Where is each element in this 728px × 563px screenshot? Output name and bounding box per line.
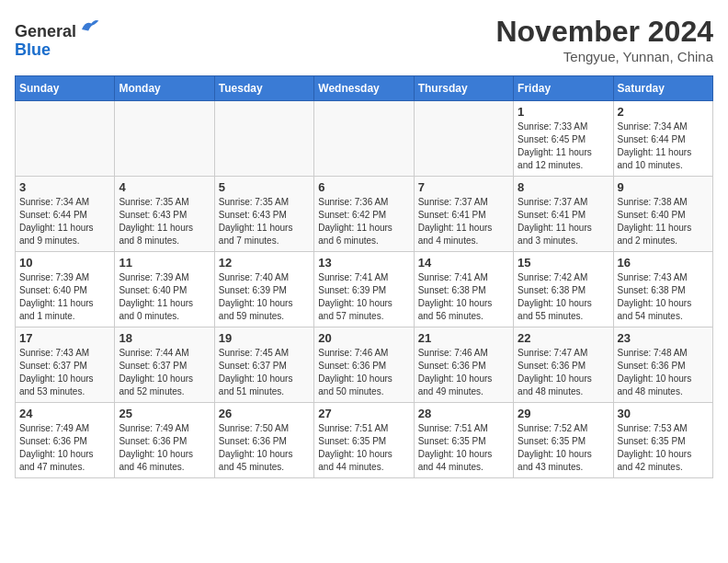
- calendar-cell: 22Sunrise: 7:47 AMSunset: 6:36 PMDayligh…: [514, 327, 613, 403]
- calendar-cell: 21Sunrise: 7:46 AMSunset: 6:36 PMDayligh…: [414, 327, 513, 403]
- month-title: November 2024: [495, 15, 713, 49]
- day-number: 11: [119, 256, 210, 270]
- title-block: November 2024 Tengyue, Yunnan, China: [495, 15, 713, 64]
- calendar-cell: 4Sunrise: 7:35 AMSunset: 6:43 PMDaylight…: [115, 177, 214, 252]
- day-info: Sunrise: 7:35 AMSunset: 6:43 PMDaylight:…: [219, 196, 310, 247]
- calendar-week-row: 3Sunrise: 7:34 AMSunset: 6:44 PMDaylight…: [16, 177, 713, 252]
- calendar-cell: 27Sunrise: 7:51 AMSunset: 6:35 PMDayligh…: [314, 403, 414, 478]
- day-info: Sunrise: 7:33 AMSunset: 6:45 PMDaylight:…: [518, 121, 609, 172]
- day-info: Sunrise: 7:34 AMSunset: 6:44 PMDaylight:…: [618, 121, 709, 172]
- calendar-cell: 19Sunrise: 7:45 AMSunset: 6:37 PMDayligh…: [214, 327, 313, 403]
- day-info: Sunrise: 7:45 AMSunset: 6:37 PMDaylight:…: [219, 347, 310, 398]
- day-number: 21: [418, 331, 509, 345]
- calendar-cell: 13Sunrise: 7:41 AMSunset: 6:39 PMDayligh…: [314, 252, 414, 327]
- day-number: 6: [318, 180, 409, 194]
- day-number: 22: [518, 331, 609, 345]
- day-number: 29: [518, 407, 609, 420]
- calendar-cell: 24Sunrise: 7:49 AMSunset: 6:36 PMDayligh…: [16, 403, 115, 478]
- calendar-cell: 10Sunrise: 7:39 AMSunset: 6:40 PMDayligh…: [16, 252, 115, 327]
- calendar-cell: 6Sunrise: 7:36 AMSunset: 6:42 PMDaylight…: [314, 177, 414, 252]
- day-number: 23: [618, 331, 709, 345]
- day-info: Sunrise: 7:52 AMSunset: 6:35 PMDaylight:…: [518, 422, 609, 474]
- day-number: 2: [618, 105, 709, 119]
- day-info: Sunrise: 7:39 AMSunset: 6:40 PMDaylight:…: [119, 271, 210, 323]
- calendar-cell: 17Sunrise: 7:43 AMSunset: 6:37 PMDayligh…: [16, 327, 115, 403]
- calendar-cell: [414, 101, 513, 177]
- day-number: 18: [119, 331, 210, 345]
- location-subtitle: Tengyue, Yunnan, China: [495, 49, 713, 64]
- calendar-cell: 15Sunrise: 7:42 AMSunset: 6:38 PMDayligh…: [514, 252, 613, 327]
- logo: General Blue: [15, 15, 100, 60]
- day-info: Sunrise: 7:48 AMSunset: 6:36 PMDaylight:…: [618, 347, 709, 398]
- day-info: Sunrise: 7:47 AMSunset: 6:36 PMDaylight:…: [518, 347, 609, 398]
- day-number: 3: [19, 180, 110, 194]
- day-number: 26: [219, 407, 310, 420]
- day-number: 16: [618, 256, 709, 270]
- day-info: Sunrise: 7:43 AMSunset: 6:38 PMDaylight:…: [618, 271, 709, 323]
- weekday-header: Sunday: [16, 76, 115, 101]
- calendar-cell: 23Sunrise: 7:48 AMSunset: 6:36 PMDayligh…: [613, 327, 712, 403]
- day-info: Sunrise: 7:41 AMSunset: 6:38 PMDaylight:…: [418, 271, 509, 323]
- day-number: 28: [418, 407, 509, 420]
- calendar-cell: 20Sunrise: 7:46 AMSunset: 6:36 PMDayligh…: [314, 327, 414, 403]
- day-number: 12: [219, 256, 310, 270]
- day-number: 24: [19, 407, 110, 420]
- day-number: 5: [219, 180, 310, 194]
- calendar-cell: 16Sunrise: 7:43 AMSunset: 6:38 PMDayligh…: [613, 252, 712, 327]
- day-info: Sunrise: 7:38 AMSunset: 6:40 PMDaylight:…: [618, 196, 709, 247]
- day-number: 25: [119, 407, 210, 420]
- day-info: Sunrise: 7:41 AMSunset: 6:39 PMDaylight:…: [318, 271, 409, 323]
- calendar-week-row: 17Sunrise: 7:43 AMSunset: 6:37 PMDayligh…: [16, 327, 713, 403]
- weekday-header: Tuesday: [214, 76, 313, 101]
- calendar-cell: 28Sunrise: 7:51 AMSunset: 6:35 PMDayligh…: [414, 403, 513, 478]
- day-number: 27: [318, 407, 409, 420]
- day-info: Sunrise: 7:34 AMSunset: 6:44 PMDaylight:…: [19, 196, 110, 247]
- weekday-header: Saturday: [613, 76, 712, 101]
- day-number: 30: [618, 407, 709, 420]
- calendar-cell: 12Sunrise: 7:40 AMSunset: 6:39 PMDayligh…: [214, 252, 313, 327]
- day-info: Sunrise: 7:51 AMSunset: 6:35 PMDaylight:…: [418, 422, 509, 474]
- day-info: Sunrise: 7:39 AMSunset: 6:40 PMDaylight:…: [19, 271, 110, 323]
- calendar-cell: 14Sunrise: 7:41 AMSunset: 6:38 PMDayligh…: [414, 252, 513, 327]
- calendar-cell: 30Sunrise: 7:53 AMSunset: 6:35 PMDayligh…: [613, 403, 712, 478]
- logo-text: General Blue: [15, 15, 100, 60]
- calendar-cell: 11Sunrise: 7:39 AMSunset: 6:40 PMDayligh…: [115, 252, 214, 327]
- weekday-header: Wednesday: [314, 76, 414, 101]
- calendar-cell: 25Sunrise: 7:49 AMSunset: 6:36 PMDayligh…: [115, 403, 214, 478]
- day-info: Sunrise: 7:49 AMSunset: 6:36 PMDaylight:…: [119, 422, 210, 474]
- day-info: Sunrise: 7:36 AMSunset: 6:42 PMDaylight:…: [318, 196, 409, 247]
- calendar-cell: [214, 101, 313, 177]
- calendar-cell: [16, 101, 115, 177]
- day-info: Sunrise: 7:37 AMSunset: 6:41 PMDaylight:…: [418, 196, 509, 247]
- day-number: 8: [518, 180, 609, 194]
- day-info: Sunrise: 7:50 AMSunset: 6:36 PMDaylight:…: [219, 422, 310, 474]
- day-info: Sunrise: 7:46 AMSunset: 6:36 PMDaylight:…: [318, 347, 409, 398]
- calendar-week-row: 1Sunrise: 7:33 AMSunset: 6:45 PMDaylight…: [16, 101, 713, 177]
- calendar-cell: 18Sunrise: 7:44 AMSunset: 6:37 PMDayligh…: [115, 327, 214, 403]
- day-number: 19: [219, 331, 310, 345]
- weekday-header: Friday: [514, 76, 613, 101]
- day-number: 20: [318, 331, 409, 345]
- calendar-cell: 29Sunrise: 7:52 AMSunset: 6:35 PMDayligh…: [514, 403, 613, 478]
- calendar-cell: 7Sunrise: 7:37 AMSunset: 6:41 PMDaylight…: [414, 177, 513, 252]
- day-number: 9: [618, 180, 709, 194]
- calendar-cell: 1Sunrise: 7:33 AMSunset: 6:45 PMDaylight…: [514, 101, 613, 177]
- day-info: Sunrise: 7:46 AMSunset: 6:36 PMDaylight:…: [418, 347, 509, 398]
- day-number: 17: [19, 331, 110, 345]
- calendar-cell: 5Sunrise: 7:35 AMSunset: 6:43 PMDaylight…: [214, 177, 313, 252]
- calendar-cell: 26Sunrise: 7:50 AMSunset: 6:36 PMDayligh…: [214, 403, 313, 478]
- day-number: 4: [119, 180, 210, 194]
- day-number: 14: [418, 256, 509, 270]
- weekday-header: Monday: [115, 76, 214, 101]
- day-number: 15: [518, 256, 609, 270]
- calendar-cell: [314, 101, 414, 177]
- calendar-cell: [115, 101, 214, 177]
- day-info: Sunrise: 7:35 AMSunset: 6:43 PMDaylight:…: [119, 196, 210, 247]
- calendar-cell: 8Sunrise: 7:37 AMSunset: 6:41 PMDaylight…: [514, 177, 613, 252]
- day-info: Sunrise: 7:53 AMSunset: 6:35 PMDaylight:…: [618, 422, 709, 474]
- calendar-week-row: 24Sunrise: 7:49 AMSunset: 6:36 PMDayligh…: [16, 403, 713, 478]
- page-header: General Blue November 2024 Tengyue, Yunn…: [15, 15, 713, 64]
- day-number: 13: [318, 256, 409, 270]
- bird-icon: [78, 15, 100, 37]
- calendar-cell: 3Sunrise: 7:34 AMSunset: 6:44 PMDaylight…: [16, 177, 115, 252]
